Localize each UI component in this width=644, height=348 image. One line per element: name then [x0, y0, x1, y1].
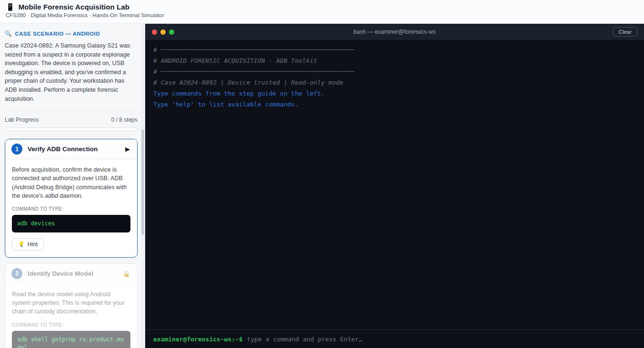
sidebar-scrollbar-thumb[interactable] [141, 129, 144, 235]
step-2-description: Read the device model using Android syst… [12, 290, 130, 316]
terminal-line: # ──────────────────────────────────────… [153, 47, 636, 53]
lab-progress-count: 0 / 8 steps [111, 116, 138, 123]
page-subtitle: CFS280 · Digital Media Forensics · Hands… [6, 12, 638, 18]
step-1-command-code: adb devices [12, 215, 130, 232]
traffic-lights [152, 29, 174, 35]
terminal-titlebar: bash — examiner@forensics-ws Clear [145, 24, 644, 40]
case-scenario-heading: 🔍 CASE SCENARIO — ANDROID [5, 30, 138, 37]
step-card-2-identify-device-model: 2 Identify Device Model 🔒 Read the devic… [5, 263, 138, 348]
step-2-command-code: adb shell getprop ro.product.model [12, 331, 130, 348]
terminal-line: Type 'help' to list available commands. [153, 101, 636, 108]
clear-terminal-button[interactable]: Clear [613, 27, 637, 37]
step-1-title: Verify ADB Connection [28, 145, 120, 153]
case-scenario-heading-label: CASE SCENARIO — ANDROID [15, 31, 99, 37]
step-2-title: Identify Device Model [28, 270, 118, 277]
terminal-title: bash — examiner@forensics-ws [145, 29, 644, 35]
minimize-traffic-light-icon [160, 29, 166, 35]
search-icon: 🔍 [5, 30, 12, 37]
terminal-line: Type commands from the step guide on the… [153, 90, 636, 97]
terminal-output: # ──────────────────────────────────────… [145, 40, 644, 329]
step-1-number-badge: 1 [11, 144, 22, 155]
step-2-number-badge: 2 [11, 268, 22, 279]
app-header: 📱 Mobile Forensic Acquisition Lab CFS280… [0, 0, 644, 24]
step-1-hint-button[interactable]: 💡 Hint [12, 238, 44, 251]
lab-progress-section: Lab Progress 0 / 8 steps [5, 110, 138, 131]
mobile-phone-icon: 📱 [6, 3, 15, 10]
step-2-header: 2 Identify Device Model 🔒 [5, 264, 137, 284]
step-1-description: Before acquisition, confirm the device i… [12, 165, 130, 200]
sidebar-scrollbar-track[interactable] [141, 24, 145, 348]
case-scenario-description: Case #2024-0892: A Samsung Galaxy S21 wa… [5, 41, 138, 103]
terminal-line: # ──────────────────────────────────────… [153, 68, 636, 75]
step-card-1-verify-adb-connection: 1 Verify ADB Connection ▶ Before acquisi… [5, 139, 138, 258]
maximize-traffic-light-icon [169, 29, 174, 35]
step-guide-sidebar: 🔍 CASE SCENARIO — ANDROID Case #2024-089… [0, 24, 145, 348]
case-scenario-panel: 🔍 CASE SCENARIO — ANDROID Case #2024-089… [5, 30, 138, 103]
lock-icon: 🔒 [123, 270, 131, 277]
terminal-line: # ANDROID FORENSIC ACQUISITION · ADB Too… [153, 58, 636, 64]
step-1-command-label: COMMAND TO TYPE: [12, 206, 130, 212]
command-input[interactable] [247, 336, 636, 343]
step-1-hint-label: Hint [28, 241, 38, 248]
step-2-command-label: COMMAND TO TYPE: [12, 322, 130, 328]
lab-progress-bar [5, 127, 138, 131]
step-1-header[interactable]: 1 Verify ADB Connection ▶ [5, 139, 137, 159]
shell-prompt-label: examiner@forensics-ws:~$ [153, 336, 243, 343]
terminal-panel: bash — examiner@forensics-ws Clear # ───… [145, 24, 644, 348]
terminal-line: # Case #2024-0892 | Device trusted | Rea… [153, 79, 636, 86]
page-title: Mobile Forensic Acquisition Lab [19, 3, 129, 11]
terminal-prompt-bar: examiner@forensics-ws:~$ [145, 329, 644, 348]
app-root: 📱 Mobile Forensic Acquisition Lab CFS280… [0, 0, 644, 348]
play-icon[interactable]: ▶ [125, 145, 131, 153]
lab-progress-label: Lab Progress [5, 116, 39, 123]
lightbulb-icon: 💡 [18, 241, 25, 247]
close-traffic-light-icon [152, 29, 157, 35]
